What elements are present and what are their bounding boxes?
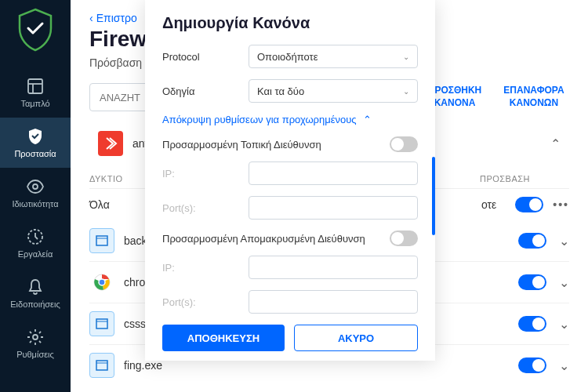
advanced-label: Απόκρυψη ρυθμίσεων για προχωρημένους (162, 114, 357, 125)
chevron-down-icon[interactable]: ⌄ (559, 358, 569, 373)
tools-icon (26, 227, 45, 246)
remote-address-toggle[interactable] (390, 230, 418, 246)
ip-label: IP: (162, 262, 249, 274)
window-icon (96, 318, 108, 330)
protocol-select[interactable]: Οποιοδήποτε ⌄ (249, 45, 418, 68)
svg-point-10 (99, 279, 105, 285)
modal-buttons: ΑΠΟΘΗΚΕΥΣΗ ΑΚΥΡΟ (162, 325, 418, 351)
nav-label: Προστασία (14, 149, 56, 158)
chevron-down-icon[interactable]: ⌄ (559, 275, 569, 290)
reset-rules-link[interactable]: ΕΠΑΝΑΦΟΡΑ ΚΑΝΟΝΩΝ (499, 85, 569, 109)
protocol-row: Protocol Οποιοδήποτε ⌄ (162, 45, 418, 68)
local-ports-row: Port(s): (162, 196, 418, 220)
app-icon (89, 311, 114, 336)
access-toggle[interactable] (518, 274, 546, 290)
remote-ports-input[interactable] (249, 290, 418, 314)
scrollbar[interactable] (432, 157, 435, 235)
app-icon (89, 228, 114, 253)
remote-ip-input[interactable] (249, 256, 418, 279)
app-icon (89, 270, 114, 295)
back-text: Επιστρο (96, 12, 137, 24)
nav-protection[interactable]: Προστασία (0, 118, 71, 168)
anydesk-icon (103, 136, 118, 151)
chevron-up-icon: ⌃ (363, 114, 372, 125)
nav-privacy[interactable]: Ιδιωτικότητα (0, 168, 71, 218)
local-address-row: Προσαρμοσμένη Τοπική Διεύθυνση (162, 136, 418, 152)
app-name: fing.exe (124, 359, 518, 372)
eye-icon (26, 177, 45, 196)
app-icon (89, 353, 114, 378)
dashboard-icon (26, 77, 45, 96)
local-ports-input[interactable] (249, 196, 418, 220)
th-access: ΠΡΟΣΒΑΣΗ (480, 174, 530, 183)
protocol-value: Οποιοδήποτε (257, 51, 318, 63)
remote-address-label: Προσαρμοσμένη Απομακρυσμένη Διεύθυνση (162, 233, 365, 245)
access-toggle[interactable] (518, 233, 546, 249)
more-icon[interactable]: ••• (553, 198, 569, 211)
svg-point-5 (33, 335, 38, 339)
protocol-label: Protocol (162, 51, 249, 63)
modal-title: Δημιουργία Κανόνα (162, 14, 418, 32)
access-toggle[interactable] (518, 358, 546, 373)
remote-ports-row: Port(s): (162, 290, 418, 314)
chevron-down-icon[interactable]: ⌄ (559, 234, 569, 249)
nav-label: Ρυθμίσεις (16, 350, 54, 359)
local-address-label: Προσαρμοσμένη Τοπική Διεύθυνση (162, 139, 321, 151)
local-ip-row: IP: (162, 162, 418, 185)
direction-row: Οδηγία Και τα δύο ⌄ (162, 79, 418, 103)
nav-label: Ταμπλό (20, 99, 49, 108)
nav-label: Εργαλεία (18, 249, 53, 259)
direction-select[interactable]: Και τα δύο ⌄ (249, 79, 418, 103)
svg-point-3 (33, 184, 38, 189)
remote-ip-row: IP: (162, 256, 418, 279)
svg-rect-11 (96, 319, 107, 328)
access-toggle[interactable] (518, 316, 546, 332)
ports-label: Port(s): (162, 202, 249, 214)
gear-icon (26, 328, 45, 347)
access-toggle[interactable] (515, 197, 543, 212)
filter-any: οτε (481, 198, 496, 211)
direction-value: Και τα δύο (257, 85, 304, 97)
direction-label: Οδηγία (162, 85, 249, 97)
app-icon (98, 131, 123, 156)
chevron-down-icon[interactable]: ⌄ (559, 317, 569, 332)
window-icon (96, 234, 108, 247)
svg-rect-6 (96, 236, 107, 245)
ip-label: IP: (162, 168, 249, 180)
filter-network[interactable]: Όλα (89, 198, 152, 211)
local-address-toggle[interactable] (390, 136, 418, 152)
local-ip-input[interactable] (249, 162, 418, 185)
nav-tools[interactable]: Εργαλεία (0, 218, 71, 268)
chrome-icon (93, 273, 111, 292)
app-shield-logo (16, 8, 54, 52)
nav-label: Ειδοποιήσεις (10, 299, 60, 309)
chevron-up-icon[interactable]: ⌃ (550, 136, 561, 151)
back-link[interactable]: ‹ Επιστρο (89, 12, 137, 24)
svg-rect-0 (28, 79, 42, 93)
th-network: ΔΥΚΤΙΟ (89, 174, 152, 183)
cancel-button[interactable]: ΑΚΥΡΟ (294, 325, 418, 351)
remote-address-row: Προσαρμοσμένη Απομακρυσμένη Διεύθυνση (162, 230, 418, 246)
nav-settings[interactable]: Ρυθμίσεις (0, 318, 71, 368)
nav-label: Ιδιωτικότητα (12, 199, 58, 209)
sidebar: Ταμπλό Προστασία Ιδιωτικότητα Εργαλεία Ε… (0, 0, 71, 392)
advanced-toggle-link[interactable]: Απόκρυψη ρυθμίσεων για προχωρημένους ⌃ (162, 114, 418, 125)
save-button[interactable]: ΑΠΟΘΗΚΕΥΣΗ (162, 325, 285, 351)
nav-notifications[interactable]: Ειδοποιήσεις (0, 268, 71, 318)
bell-icon (26, 278, 45, 296)
ports-label: Port(s): (162, 296, 249, 308)
nav-dashboard[interactable]: Ταμπλό (0, 67, 71, 118)
chevron-left-icon: ‹ (89, 12, 93, 24)
create-rule-modal: Δημιουργία Κανόνα Protocol Οποιοδήποτε ⌄… (145, 0, 435, 361)
shield-icon (26, 127, 45, 146)
svg-rect-13 (96, 361, 107, 370)
chevron-down-icon: ⌄ (403, 53, 409, 61)
window-icon (96, 359, 108, 372)
chevron-down-icon: ⌄ (403, 87, 409, 96)
search-input[interactable] (89, 83, 152, 111)
